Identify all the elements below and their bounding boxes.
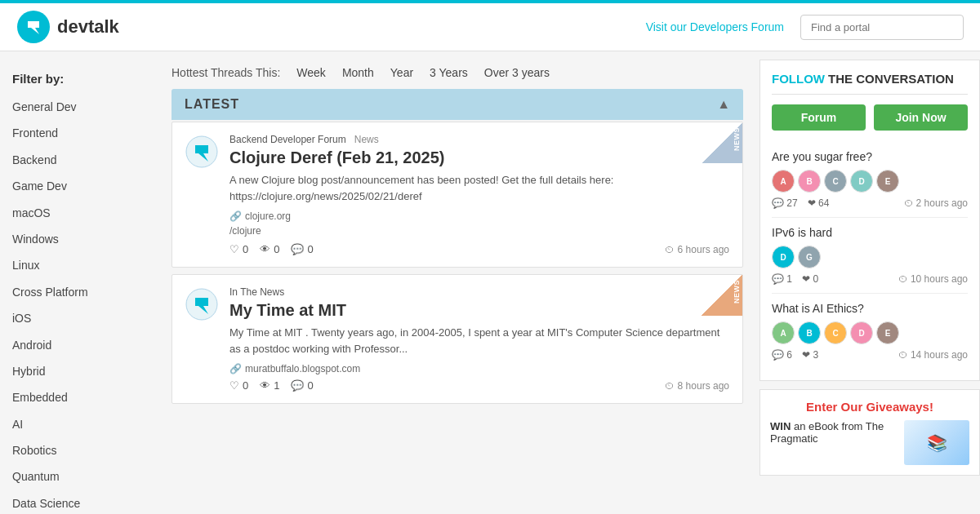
avatar: A xyxy=(772,321,795,344)
join-now-button[interactable]: Join Now xyxy=(874,104,968,131)
activity-icon-1: ⏲ xyxy=(665,244,675,255)
post-comments-2: 💬 0 xyxy=(291,379,313,392)
convo-time-3: ⏲ 14 hours ago xyxy=(898,349,968,361)
post-category-1: News xyxy=(354,134,379,145)
post-link-2: 🔗 muratbuffalo.blogspot.com xyxy=(229,363,729,374)
convo-item-1: Are you sugar free? A B C D E 💬 27 ❤ 64 … xyxy=(772,142,968,218)
right-sidebar: FOLLOW THE CONVERSATION Forum Join Now A… xyxy=(751,60,980,514)
post-link-1: 🔗 clojure.org xyxy=(229,210,729,222)
header: devtalk Visit our Developers Forum xyxy=(0,3,980,51)
logo-text: devtalk xyxy=(57,16,119,38)
convo-stats-2: 💬 1 ❤ 0 ⏲ 10 hours ago xyxy=(772,273,968,285)
sidebar-item-android[interactable]: Android xyxy=(0,332,163,358)
heart-icon-1: ♡ xyxy=(229,243,239,255)
post-views-1: 👁 0 xyxy=(260,243,279,255)
post-views-2: 👁 1 xyxy=(260,379,279,392)
comment-icon-1: 💬 xyxy=(291,243,304,255)
avatar: B xyxy=(798,170,821,193)
convo-stats-3: 💬 6 ❤ 3 ⏲ 14 hours ago xyxy=(772,349,968,361)
giveaway-win: WIN xyxy=(770,420,791,432)
avatar: C xyxy=(824,170,847,193)
post-icon-2 xyxy=(185,288,218,321)
thread-filter-over3years[interactable]: Over 3 years xyxy=(484,66,550,79)
sidebar-item-windows[interactable]: Windows xyxy=(0,226,163,252)
sidebar-item-quantum[interactable]: Quantum xyxy=(0,463,163,490)
avatar: D xyxy=(850,170,873,193)
sidebar-item-backend[interactable]: Backend xyxy=(0,147,163,173)
like-count-1: ❤ 64 xyxy=(808,197,830,209)
convo-time-1: ⏲ 2 hours ago xyxy=(904,197,968,209)
comment-count-3: 💬 6 xyxy=(772,349,792,361)
link-icon-2: 🔗 xyxy=(229,363,242,374)
post-likes-2: ♡ 0 xyxy=(229,379,248,392)
follow-header: FOLLOW THE CONVERSATION xyxy=(772,72,968,95)
sidebar-item-game-dev[interactable]: Game Dev xyxy=(0,173,163,199)
threads-bar: Hottest Threads This: Week Month Year 3 … xyxy=(172,60,743,89)
post-meta-1: Backend Developer Forum News xyxy=(229,134,729,145)
corner-tag-orange: NEWS xyxy=(702,275,742,316)
corner-label-2: NEWS xyxy=(733,280,741,304)
post-time-2: ⏲ 8 hours ago xyxy=(665,380,729,392)
post-tag-1: /clojure xyxy=(229,225,729,237)
convo-title-3: What is AI Ethics? xyxy=(772,302,968,315)
sidebar-item-cross-platform[interactable]: Cross Platform xyxy=(0,279,163,305)
follow-rest: THE CONVERSATION xyxy=(828,72,954,86)
convo-item-2: IPv6 is hard D G 💬 1 ❤ 0 ⏲ 10 hours ago xyxy=(772,218,968,294)
post-card-2: NEWS In The News My Time at MIT My Time … xyxy=(172,274,743,404)
sidebar-item-data-science[interactable]: Data Science xyxy=(0,490,163,514)
eye-icon-2: 👁 xyxy=(260,379,270,392)
corner-label-1: NEWS xyxy=(733,127,741,151)
like-count-2: ❤ 0 xyxy=(802,273,818,285)
search-input[interactable] xyxy=(800,15,964,40)
sidebar-item-ai[interactable]: AI xyxy=(0,411,163,437)
post-forum-1: Backend Developer Forum xyxy=(229,134,346,145)
convo-avatars-2: D G xyxy=(772,246,968,268)
post-card-inner-2: In The News My Time at MIT My Time at MI… xyxy=(185,286,729,392)
post-card-inner-1: Backend Developer Forum News Clojure Der… xyxy=(185,134,729,255)
forum-button[interactable]: Forum xyxy=(772,104,866,131)
convo-title-2: IPv6 is hard xyxy=(772,226,968,239)
post-icon-1 xyxy=(185,135,218,168)
sidebar-item-macos[interactable]: macOS xyxy=(0,200,163,226)
post-body-1: Backend Developer Forum News Clojure Der… xyxy=(229,134,729,255)
follow-buttons: Forum Join Now xyxy=(772,104,968,131)
post-title-1[interactable]: Clojure Deref (Feb 21, 2025) xyxy=(229,148,729,167)
post-card-1: NEWS Backend Developer Forum News Clojur… xyxy=(172,122,743,268)
like-count-3: ❤ 3 xyxy=(802,349,818,361)
convo-avatars-1: A B C D E xyxy=(772,170,968,193)
sidebar-item-linux[interactable]: Linux xyxy=(0,252,163,278)
sidebar-item-hybrid[interactable]: Hybrid xyxy=(0,358,163,384)
thread-filter-week[interactable]: Week xyxy=(296,66,326,79)
header-right: Visit our Developers Forum xyxy=(646,15,964,40)
sidebar-item-robotics[interactable]: Robotics xyxy=(0,437,163,463)
convo-item-3: What is AI Ethics? A B C D E 💬 6 ❤ 3 ⏲ 1… xyxy=(772,294,968,369)
comment-count-2: 💬 1 xyxy=(772,273,792,285)
threads-label: Hottest Threads This: xyxy=(172,66,280,79)
main-content: Hottest Threads This: Week Month Year 3 … xyxy=(163,60,751,514)
avatar: D xyxy=(850,321,873,344)
avatar: G xyxy=(798,246,821,268)
sidebar-item-embedded[interactable]: Embedded xyxy=(0,384,163,410)
avatar: D xyxy=(772,246,795,268)
post-stats-2: ♡ 0 👁 1 💬 0 ⏲ 8 hours xyxy=(229,379,729,392)
forum-link[interactable]: Visit our Developers Forum xyxy=(646,20,784,33)
post-stats-1: ♡ 0 👁 0 💬 0 ⏲ 6 hours xyxy=(229,243,729,255)
post-title-2[interactable]: My Time at MIT xyxy=(229,301,729,320)
sidebar: Filter by: General Dev Frontend Backend … xyxy=(0,60,163,514)
post-description-2: My Time at MIT . Twenty years ago, in 20… xyxy=(229,325,729,357)
post-forum-2: In The News xyxy=(229,286,284,298)
activity-icon-2: ⏲ xyxy=(665,380,675,392)
follow-box: FOLLOW THE CONVERSATION Forum Join Now A… xyxy=(760,60,980,381)
avatar: E xyxy=(876,321,899,344)
sidebar-item-ios[interactable]: iOS xyxy=(0,305,163,331)
sidebar-item-general-dev[interactable]: General Dev xyxy=(0,94,163,120)
thread-filter-3years[interactable]: 3 Years xyxy=(430,66,468,79)
post-body-2: In The News My Time at MIT My Time at MI… xyxy=(229,286,729,392)
sidebar-item-frontend[interactable]: Frontend xyxy=(0,120,163,146)
chevron-up-icon[interactable]: ▲ xyxy=(717,97,730,112)
comment-icon-2: 💬 xyxy=(291,379,304,392)
post-meta-2: In The News xyxy=(229,286,729,298)
giveaway-label[interactable]: Enter Our Giveaways! xyxy=(770,400,969,414)
thread-filter-year[interactable]: Year xyxy=(390,66,413,79)
thread-filter-month[interactable]: Month xyxy=(342,66,374,79)
